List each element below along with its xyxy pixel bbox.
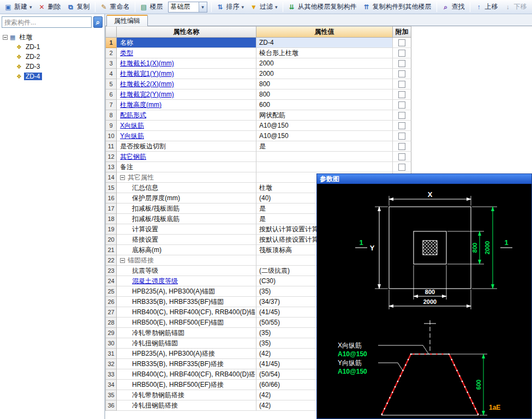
property-name-cell[interactable]: 其它钢筋: [117, 152, 256, 162]
property-value-cell[interactable]: A10@150: [256, 121, 393, 131]
property-name-cell[interactable]: 冷轧扭钢筋锚固: [117, 338, 256, 349]
property-name-cell[interactable]: 柱墩截宽1(Y)(mm): [117, 69, 256, 79]
delete-button[interactable]: ✕ 删除: [35, 1, 64, 13]
property-name-cell[interactable]: 配筋形式: [117, 110, 256, 121]
table-row[interactable]: 4 柱墩截宽1(Y)(mm) 2000: [106, 69, 411, 79]
floor-select[interactable]: 基础层 ▾: [168, 2, 207, 13]
table-row[interactable]: 9 X向纵筋 A10@150: [106, 121, 411, 131]
table-row[interactable]: 6 柱墩截宽2(Y)(mm) 800: [106, 89, 411, 100]
property-name-cell[interactable]: 其它属性: [117, 172, 256, 183]
tree-root-item[interactable]: ▦ 柱墩: [0, 32, 104, 42]
property-value-cell[interactable]: [256, 162, 393, 172]
property-name-cell[interactable]: 冷轧带肋钢筋搭接: [117, 390, 256, 400]
property-name-cell[interactable]: HRB335(B), HRBF335(BF)锚固: [117, 297, 256, 307]
property-name-cell[interactable]: 冷轧扭钢筋搭接: [117, 400, 256, 411]
collapse-icon[interactable]: [120, 258, 125, 263]
property-name-cell[interactable]: 搭接设置: [117, 235, 256, 245]
tab-property-edit[interactable]: 属性编辑: [106, 15, 148, 26]
property-name-cell[interactable]: HPB235(A), HPB300(A)锚固: [117, 286, 256, 297]
parameter-window-titlebar[interactable]: 参数图: [317, 174, 531, 184]
table-row[interactable]: 7 柱墩高度(mm) 600: [106, 100, 411, 110]
copy-to-other-floor-button[interactable]: ⇈ 复制构件到其他楼层: [360, 1, 434, 13]
search-input[interactable]: [2, 16, 92, 28]
property-name-cell[interactable]: 锚固搭接: [117, 255, 256, 266]
table-row[interactable]: 5 柱墩截长2(X)(mm) 800: [106, 79, 411, 89]
property-name-cell[interactable]: X向纵筋: [117, 121, 256, 131]
new-button[interactable]: ▣ 新建 ▾: [2, 1, 35, 13]
property-name-cell[interactable]: 柱墩截长2(X)(mm): [117, 79, 256, 89]
property-name-cell[interactable]: 柱墩截宽2(Y)(mm): [117, 89, 256, 100]
table-row[interactable]: 12 其它钢筋: [106, 152, 411, 162]
property-name-cell[interactable]: Y向纵筋: [117, 131, 256, 141]
property-name-cell[interactable]: 备注: [117, 162, 256, 172]
property-name-cell[interactable]: 柱墩高度(mm): [117, 100, 256, 110]
property-name-cell[interactable]: HRB500(E), HRBF500(EF)搭接: [117, 380, 256, 390]
copy-button[interactable]: ⧉ 复制: [64, 1, 93, 13]
property-value-cell[interactable]: 网状配筋: [256, 110, 393, 121]
floor-button[interactable]: ▤ 楼层: [138, 1, 166, 13]
filter-button[interactable]: ▼ 过滤 ▾: [247, 1, 280, 13]
property-name-cell[interactable]: 混凝土强度等级: [117, 276, 256, 286]
property-name-cell[interactable]: 保护层厚度(mm): [117, 193, 256, 203]
property-name-cell[interactable]: HRB500(E), HRBF500(EF)锚固: [117, 318, 256, 328]
property-name-cell[interactable]: 是否按板边切割: [117, 141, 256, 152]
property-value-cell[interactable]: A10@150: [256, 131, 393, 141]
property-name-cell[interactable]: HRB335(B), HRBF335(BF)搭接: [117, 359, 256, 369]
attach-checkbox[interactable]: [398, 39, 405, 46]
table-row[interactable]: 2 类型 棱台形上柱墩: [106, 48, 411, 58]
table-row[interactable]: 1 名称 ZD-4: [106, 38, 411, 48]
attach-checkbox[interactable]: [398, 60, 405, 67]
table-row[interactable]: 3 柱墩截长1(X)(mm) 2000: [106, 58, 411, 69]
property-name-cell[interactable]: 名称: [117, 38, 256, 48]
copy-from-other-floor-button[interactable]: ⇊ 从其他楼层复制构件: [285, 1, 360, 13]
property-name-cell[interactable]: 扣减板/筏板面筋: [117, 203, 256, 214]
table-row[interactable]: 10 Y向纵筋 A10@150: [106, 131, 411, 141]
property-value-cell[interactable]: 是: [256, 141, 393, 152]
property-name-cell[interactable]: HPB235(A), HPB300(A)搭接: [117, 349, 256, 359]
table-row[interactable]: 13 备注: [106, 162, 411, 172]
property-value-cell[interactable]: [256, 152, 393, 162]
attach-checkbox[interactable]: [398, 50, 405, 57]
property-value-cell[interactable]: ZD-4: [256, 38, 393, 48]
table-row[interactable]: 8 配筋形式 网状配筋: [106, 110, 411, 121]
attach-checkbox[interactable]: [398, 81, 405, 88]
attach-checkbox[interactable]: [398, 91, 405, 98]
property-name-cell[interactable]: 扣减板/筏板底筋: [117, 214, 256, 224]
collapse-icon[interactable]: [3, 35, 8, 40]
attach-checkbox[interactable]: [398, 112, 405, 119]
property-name-cell[interactable]: HRB400(C), HRBF400(CF), RRB400(D)锚: [117, 307, 256, 318]
tree-item[interactable]: ❖ ZD-4: [0, 71, 104, 81]
attach-checkbox[interactable]: [398, 133, 405, 140]
property-name-cell[interactable]: 汇总信息: [117, 183, 256, 193]
property-name-cell[interactable]: 柱墩截长1(X)(mm): [117, 58, 256, 69]
chevron-down-icon[interactable]: ▾: [199, 2, 207, 12]
property-value-cell[interactable]: 2000: [256, 69, 393, 79]
tree-item[interactable]: ❖ ZD-1: [0, 42, 104, 52]
tree-item[interactable]: ❖ ZD-3: [0, 62, 104, 71]
attach-checkbox[interactable]: [398, 70, 405, 77]
property-value-cell[interactable]: 棱台形上柱墩: [256, 48, 393, 58]
attach-checkbox[interactable]: [398, 153, 405, 160]
property-name-cell[interactable]: 类型: [117, 48, 256, 58]
property-name-cell[interactable]: HRB400(C), HRBF400(CF), RRB400(D)搭: [117, 369, 256, 380]
property-name-cell[interactable]: 冷轧带肋钢筋锚固: [117, 328, 256, 338]
property-value-cell[interactable]: 800: [256, 89, 393, 100]
search-button[interactable]: ⌕: [93, 16, 103, 28]
property-name-cell[interactable]: 抗震等级: [117, 266, 256, 276]
property-value-cell[interactable]: 2000: [256, 58, 393, 69]
property-value-cell[interactable]: 600: [256, 100, 393, 110]
property-name-cell[interactable]: 底标高(m): [117, 245, 256, 255]
attach-checkbox[interactable]: [398, 164, 405, 171]
tree-item[interactable]: ❖ ZD-2: [0, 52, 104, 62]
table-row[interactable]: 11 是否按板边切割 是: [106, 141, 411, 152]
rename-button[interactable]: ✎ 重命名: [98, 1, 133, 13]
find-button[interactable]: ⌕ 查找: [439, 1, 468, 13]
attach-checkbox[interactable]: [398, 143, 405, 150]
collapse-icon[interactable]: [120, 175, 125, 180]
attach-checkbox[interactable]: [398, 122, 405, 129]
move-up-button[interactable]: ↑ 上移: [473, 1, 501, 13]
property-value-cell[interactable]: 800: [256, 79, 393, 89]
sort-button[interactable]: ⇅ 排序 ▾: [214, 1, 247, 13]
attach-checkbox[interactable]: [398, 101, 405, 109]
property-name-cell[interactable]: 计算设置: [117, 224, 256, 235]
